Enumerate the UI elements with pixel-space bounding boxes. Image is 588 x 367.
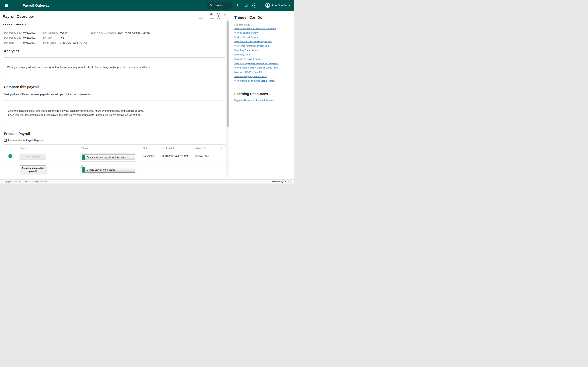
content-scrollbar-track[interactable] — [226, 17, 229, 177]
things-i-can-do-title: Things I Can Do — [234, 15, 262, 20]
field-value: 07/12/2021 — [23, 31, 35, 34]
last-update-value: 09/10/2021 4:36:31 PM — [162, 155, 188, 158]
header-back-arrow-icon[interactable]: ← — [14, 3, 18, 8]
sidebar-link-payroll-results[interactable]: View or edit payroll results/instant che… — [234, 27, 276, 30]
content-scrollbar-thumb[interactable] — [227, 21, 229, 127]
column-header-steps: Steps — [82, 144, 88, 152]
step-create-work-tables[interactable]: + Create payroll work tables — [81, 166, 136, 174]
status-value: Completed — [143, 155, 155, 158]
sidebar-link-pending-pay-items-detail[interactable]: View Pending Pay Items Detail — [234, 75, 267, 78]
print-button[interactable]: print — [210, 13, 214, 20]
for-this-page-label: For This Page — [234, 23, 250, 26]
process-without-reports-label: Process without Payroll Reports — [8, 139, 43, 142]
print-label: print — [210, 18, 214, 20]
expand-plus-icon[interactable]: + — [81, 166, 83, 167]
step-label: Open and start payroll for this period — [87, 156, 126, 159]
search-label: Search — [215, 4, 223, 7]
analytics-message: While you run payroll, we'll keep an eye… — [7, 66, 151, 68]
compare-description: Seeing what's different between payrolls… — [4, 93, 90, 96]
payroll-group-title: HR UCO3 WEEKLY — [3, 23, 26, 26]
process-without-reports-checkbox[interactable] — [4, 139, 7, 142]
payroll-gateway-screen: ← Payroll Gateway Search ? Ann Grinblat … — [0, 0, 294, 184]
sidebar-link-pending-pay-items-status[interactable]: View Pending Pay Items Status History — [234, 80, 275, 82]
field-value: Reg — [60, 36, 64, 39]
back-label: back — [199, 17, 203, 19]
initiated-by-value: Grinblat, Ann — [195, 155, 209, 158]
analytics-panel: While you run payroll, we'll keep an eye… — [4, 57, 225, 77]
back-arrow-icon: ← — [199, 13, 203, 17]
column-header-status: Status — [143, 144, 149, 152]
sidebar-link-manage-print-files[interactable]: Manage UKG Pro Print Files — [234, 71, 264, 73]
info-icon[interactable]: i — [269, 93, 272, 95]
step-open-start-payroll[interactable]: Open and start payroll for this period — [81, 153, 136, 161]
sidebar-link-pay-data[interactable]: View Pay Data — [234, 53, 250, 56]
field-label: Pay Period End — [4, 36, 21, 39]
table-options-chevron-icon[interactable] — [220, 147, 222, 149]
step-progress-stripe — [82, 167, 85, 172]
help-label: help — [217, 17, 221, 19]
app-title: Payroll Gateway — [23, 3, 50, 8]
copyright-text: Copyright © 1997-2021. UKG Inc. All righ… — [3, 181, 48, 183]
back-button[interactable]: ← back — [199, 13, 203, 19]
menu-icon[interactable] — [5, 4, 9, 7]
start-payroll-button[interactable]: Start payroll — [20, 154, 46, 159]
header-actions: Search ? Ann Grinblat ▾ — [207, 2, 290, 9]
field-label: Payroll Model — [42, 42, 56, 44]
sidebar-link-direct-deposit-status[interactable]: View Status of Direct Deposit Group File… — [234, 67, 278, 69]
column-header-last-update: Last Update — [162, 144, 175, 152]
sidebar-link-unresolved-items[interactable]: Unresolved Payroll Items — [234, 58, 260, 60]
user-name: Ann Grinblat — [272, 4, 287, 7]
user-avatar-icon — [265, 3, 270, 8]
user-menu[interactable]: Ann Grinblat ▾ — [265, 3, 290, 8]
info-icon[interactable]: i — [290, 181, 292, 183]
sidebar-link-pay-data-history[interactable]: View Pay Data History — [234, 49, 258, 51]
sidebar-link-time-entry[interactable]: View or edit time entry — [234, 32, 258, 34]
field-value: Bank For US Comp3 (...3453) — [118, 31, 150, 34]
powered-by: Powered by UKG i — [271, 180, 292, 183]
help-button[interactable]: ? help — [217, 13, 221, 19]
help-question-icon: ? — [217, 13, 220, 17]
header-divider — [261, 2, 261, 8]
page-title: Payroll Overview — [3, 14, 34, 19]
collapse-panel-chevron-icon[interactable]: > — [224, 13, 226, 17]
compare-line1: After the calculate step runs, you'll se… — [8, 109, 225, 113]
sidebar-link-time-for-processing[interactable]: View Time for Payroll Processing — [234, 45, 269, 47]
print-icon — [210, 13, 214, 17]
field-label: Pay Type — [42, 36, 52, 39]
compare-panel: After the calculate step runs, you'll se… — [4, 100, 225, 124]
step-label: Create payroll work tables — [87, 168, 115, 171]
learning-resources-title: Learning Resources — [234, 92, 268, 96]
sidebar-link-process-history-report[interactable]: View Payroll Process History Report — [234, 40, 272, 43]
process-payroll-heading: Process Payroll — [4, 132, 30, 136]
compare-heading: Compare this payroll — [4, 85, 39, 89]
page-footer: Copyright © 1997-2021. UKG Inc. All righ… — [0, 179, 294, 184]
notifications-bell-icon[interactable] — [236, 3, 240, 8]
learning-resources-link[interactable]: Payroll – Resources for Administrators — [234, 99, 275, 101]
process-table: Process Steps Status Last Update Initiat… — [4, 144, 225, 179]
powered-by-text: Powered by UKG — [271, 180, 289, 183]
field-label: Pay Frequency — [42, 31, 58, 34]
create-calculate-payroll-button[interactable]: Create and calculate payroll — [20, 166, 46, 174]
table-row: ✓ Start payroll Open and start payroll f… — [4, 152, 225, 164]
field-value: 07/18/2021 — [23, 36, 35, 39]
app-header: ← Payroll Gateway Search ? Ann Grinblat … — [0, 0, 294, 11]
table-row — [4, 176, 225, 179]
compare-line2: Each time you fix something and recalcul… — [8, 113, 225, 117]
search-icon — [209, 4, 213, 7]
search-input[interactable]: Search — [207, 2, 232, 9]
sidebar-link-undo-payroll[interactable]: Undo a Payroll Process — [234, 36, 259, 38]
field-label: Bank Name (...Account) — [90, 31, 117, 34]
feedback-chat-icon[interactable] — [244, 3, 248, 8]
sidebar-link-employee-pay-transferred[interactable]: View Employee Pay Transferred to Payroll — [234, 62, 279, 65]
field-value: Weekly — [60, 31, 68, 34]
column-header-process: Process — [20, 144, 28, 152]
field-label: Pay Date — [4, 42, 14, 44]
analytics-heading: Analytics — [4, 49, 19, 53]
learning-resources-header: Learning Resources i — [234, 92, 272, 96]
process-table-header: Process Steps Status Last Update Initiat… — [4, 144, 225, 152]
table-row: Create and calculate payroll + Create pa… — [4, 164, 225, 176]
step-progress-stripe — [82, 155, 85, 160]
field-value: GHR USA TxGrp HUTX3 — [60, 42, 87, 44]
help-icon[interactable]: ? — [252, 3, 256, 8]
page-toolbar: ← back print ? help > — [199, 13, 227, 21]
